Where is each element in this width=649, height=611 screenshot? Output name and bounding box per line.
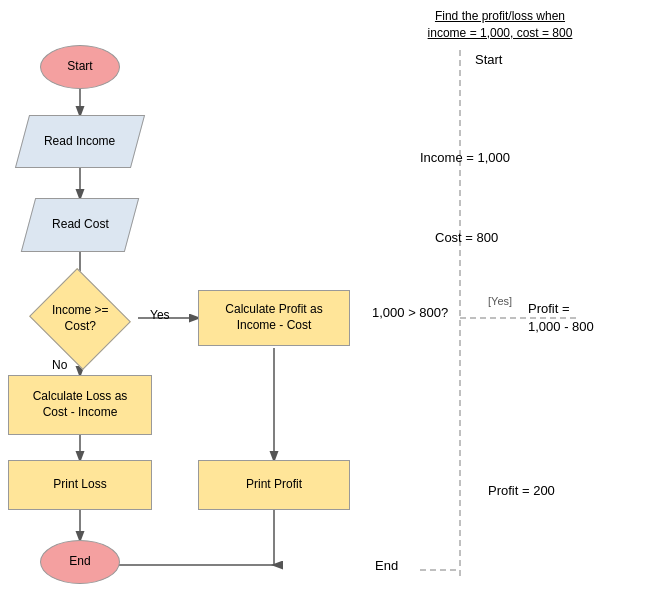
start-label: Start <box>67 59 92 75</box>
diagram-container: Start Read Income Read Cost Income >= Co… <box>0 0 649 611</box>
trace-title: Find the profit/loss whenincome = 1,000,… <box>390 4 610 42</box>
read-cost-shape: Read Cost <box>21 198 139 252</box>
print-loss-shape: Print Loss <box>8 460 152 510</box>
decision-shape: Income >= Cost? <box>29 268 131 370</box>
start-shape: Start <box>40 45 120 89</box>
trace-end: End <box>375 558 398 573</box>
decision-label: Income >= Cost? <box>43 303 117 334</box>
trace-panel: Find the profit/loss whenincome = 1,000,… <box>360 0 649 611</box>
end-shape: End <box>40 540 120 584</box>
trace-profit-calc: Profit =1,000 - 800 <box>528 300 594 336</box>
print-loss-label: Print Loss <box>53 477 106 493</box>
trace-title-text: Find the profit/loss whenincome = 1,000,… <box>428 9 573 40</box>
trace-start: Start <box>475 52 502 67</box>
print-profit-shape: Print Profit <box>198 460 350 510</box>
calc-profit-shape: Calculate Profit asIncome - Cost <box>198 290 350 346</box>
trace-cost: Cost = 800 <box>435 230 498 245</box>
trace-profit-result: Profit = 200 <box>488 483 555 498</box>
calc-loss-label: Calculate Loss asCost - Income <box>33 389 128 420</box>
read-income-shape: Read Income <box>15 115 145 168</box>
no-label: No <box>52 358 67 372</box>
trace-decision: 1,000 > 800? <box>372 305 448 320</box>
end-label: End <box>69 554 90 570</box>
read-cost-label: Read Cost <box>52 217 109 233</box>
trace-yes-branch: [Yes] <box>488 295 512 307</box>
read-income-label: Read Income <box>44 134 115 150</box>
calc-profit-label: Calculate Profit asIncome - Cost <box>225 302 322 333</box>
yes-label: Yes <box>150 308 170 322</box>
trace-income: Income = 1,000 <box>420 150 510 165</box>
calc-loss-shape: Calculate Loss asCost - Income <box>8 375 152 435</box>
print-profit-label: Print Profit <box>246 477 302 493</box>
